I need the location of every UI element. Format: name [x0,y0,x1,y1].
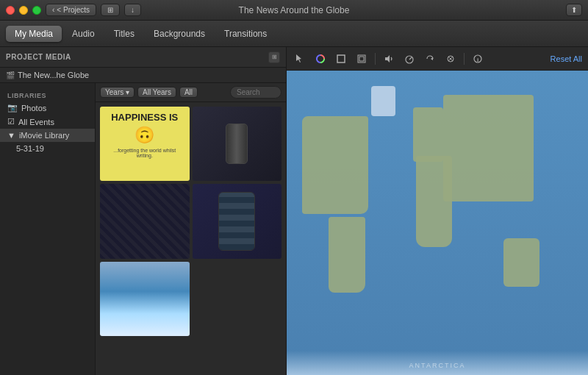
continent-australia [503,238,539,287]
date-label: 5-31-19 [16,144,44,153]
libraries-title: Libraries [0,89,95,101]
minimize-button[interactable] [19,6,28,15]
happiness-title: HAPPINESS IS [111,113,178,123]
grid-icon: ⊞ [272,54,277,60]
search-input[interactable] [230,86,282,99]
sidebar: Libraries 📷 Photos ☑ All Events ▼ iMovie… [0,83,96,375]
grid-view-button[interactable]: ⊞ [268,51,280,63]
traffic-lights [6,6,41,15]
photos-icon: 📷 [7,103,18,113]
years-sort-button[interactable]: Years ▾ [100,87,135,98]
media-content: Libraries 📷 Photos ☑ All Events ▼ iMovie… [0,83,286,375]
main-toolbar: My Media Audio Titles Backgrounds Transi… [0,21,588,47]
projects-back-button[interactable]: ‹ < Projects [46,4,96,16]
photos-label: Photos [21,104,46,113]
download-button[interactable]: ↓ [124,4,141,16]
preview-toolbar: i Reset All [287,47,588,71]
title-bar: ‹ < Projects ⊞ ↓ The News Around the Glo… [0,0,588,21]
share-icon: ⬆ [571,6,577,14]
svg-line-5 [409,57,412,60]
sidebar-item-date[interactable]: 5-31-19 [0,142,95,155]
events-icon: ☑ [7,117,15,126]
tab-my-media[interactable]: My Media [6,26,62,42]
tab-titles[interactable]: Titles [105,26,143,42]
greenland [371,86,395,116]
project-item[interactable]: 🎬 The New...he Globe [0,68,286,83]
library-arrow-icon: ▼ [7,131,15,140]
antarctica-label: ANTARCTICA [409,362,466,369]
close-button[interactable] [6,6,15,15]
tab-transitions[interactable]: Transitions [215,26,276,42]
info-tool[interactable]: i [470,51,485,66]
media-thumb-water[interactable] [100,262,190,336]
sidebar-item-photos[interactable]: 📷 Photos [0,101,95,115]
left-panel: PROJECT MEDIA ⊞ 🎬 The New...he Globe Lib… [0,47,287,375]
tool-separator-2 [464,53,465,65]
share-button[interactable]: ⬆ [566,4,582,16]
right-panel: i Reset All ANTARCTICA [287,47,588,375]
back-label: < Projects [57,6,90,14]
dark-pattern [100,184,190,258]
svg-rect-3 [359,57,364,61]
continent-south-america [329,217,365,293]
continent-north-america [302,116,368,213]
media-thumb-store[interactable] [193,184,282,258]
title-bar-right: ⬆ [566,4,582,16]
freeze-tool[interactable] [443,51,458,66]
tool-separator-1 [375,53,376,65]
rotate-tool[interactable] [423,51,437,66]
project-media-title: PROJECT MEDIA [6,53,264,61]
imovie-library-label: iMovie Library [19,131,69,140]
window-title: The News Around the Globe [239,5,350,15]
maximize-button[interactable] [32,6,41,15]
back-icon: ‹ [52,6,54,14]
main-layout: PROJECT MEDIA ⊞ 🎬 The New...he Globe Lib… [0,47,588,375]
all-filter[interactable]: All [179,87,198,98]
clip-actions-button[interactable]: ⊞ [101,4,120,16]
can-shape [226,124,248,164]
happiness-subtitle: ...forgetting the world whilst writing. [106,148,184,158]
reset-all-button[interactable]: Reset All [551,54,582,63]
happiness-figure: 🙃 [135,126,154,145]
sidebar-item-all-events[interactable]: ☑ All Events [0,115,95,129]
continent-asia [443,95,534,201]
screen-pattern [219,193,254,250]
speed-tool[interactable] [402,51,417,66]
map-preview: ANTARCTICA [287,71,588,375]
volume-tool[interactable] [381,51,396,66]
project-name: The New...he Globe [18,71,89,79]
media-grid-container: Years ▾ All Years All HAPPINESS IS 🙃 ...… [96,83,286,375]
color-wheel-tool[interactable] [313,51,328,66]
sidebar-item-imovie-library[interactable]: ▼ iMovie Library [0,129,95,142]
svg-rect-1 [337,55,345,63]
pointer-tool[interactable] [293,51,307,66]
continent-europe [413,107,443,162]
download-icon: ↓ [131,6,135,14]
stabilize-tool[interactable] [354,51,369,66]
all-events-label: All Events [18,118,54,126]
media-thumb-can[interactable] [193,107,282,181]
media-thumb-dark1[interactable] [100,184,190,258]
project-icon: 🎬 [6,71,15,79]
media-grid: HAPPINESS IS 🙃 ...forgetting the world w… [96,102,286,375]
svg-text:i: i [477,57,478,63]
filter-bar: Years ▾ All Years All [96,83,286,102]
tab-audio[interactable]: Audio [63,26,104,42]
media-thumb-happiness[interactable]: HAPPINESS IS 🙃 ...forgetting the world w… [100,107,190,181]
all-years-filter[interactable]: All Years [137,87,176,98]
phone-shape [218,192,255,251]
clip-icon: ⊞ [107,6,113,14]
water-bg [100,262,190,336]
media-header: PROJECT MEDIA ⊞ [0,47,286,68]
tab-backgrounds[interactable]: Backgrounds [145,26,214,42]
crop-tool[interactable] [334,51,348,66]
